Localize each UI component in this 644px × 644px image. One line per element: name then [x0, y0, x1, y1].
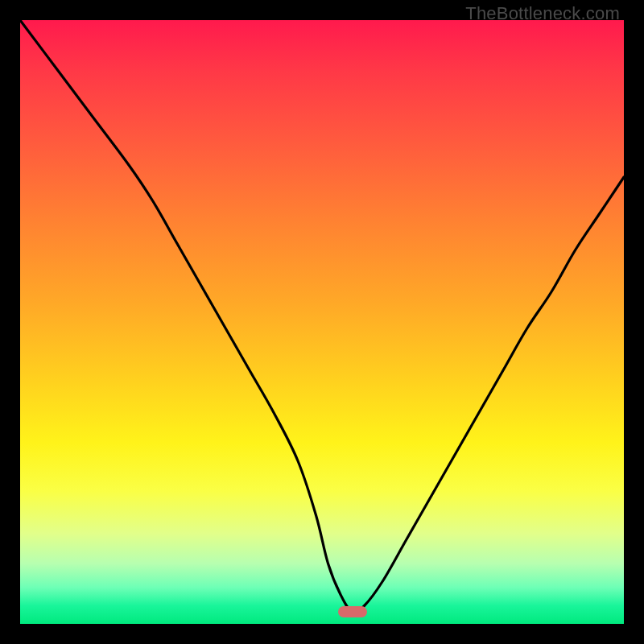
chart-frame: TheBottleneck.com — [0, 0, 644, 644]
optimum-marker — [338, 606, 367, 617]
bottleneck-curve — [20, 20, 624, 624]
plot-area — [20, 20, 624, 624]
